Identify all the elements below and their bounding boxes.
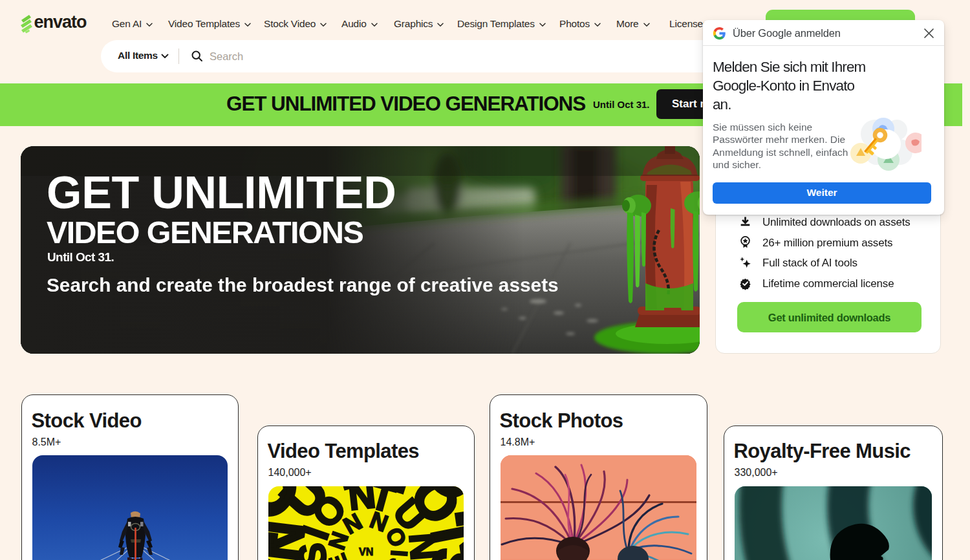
svg-text:VN: VN [359, 546, 373, 557]
svg-text:envato: envato [34, 13, 87, 32]
